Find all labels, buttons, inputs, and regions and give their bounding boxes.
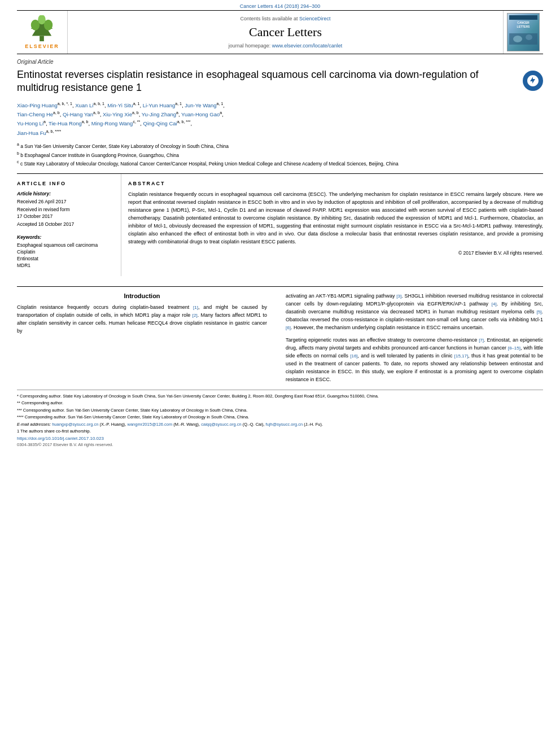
footnotes-area: * Corresponding author. State Key Labora… bbox=[17, 390, 543, 451]
sciencedirect-line: Contents lists available at ScienceDirec… bbox=[240, 16, 330, 21]
author-min-yi-situ[interactable]: Min-Yi Situ bbox=[107, 102, 133, 108]
crossmark-icon bbox=[523, 71, 543, 91]
footnote-corresp1: * Corresponding author. State Key Labora… bbox=[17, 394, 543, 400]
author-tie-hua-rong[interactable]: Tie-Hua Rong bbox=[49, 121, 82, 127]
author-jian-hua-fu[interactable]: Jian-Hua Fu bbox=[17, 130, 46, 136]
ref-3[interactable]: [3] bbox=[396, 294, 401, 299]
footnote-corresp3: *** Corresponding author. Sun Yat-Sen Un… bbox=[17, 408, 543, 414]
ref-15-17[interactable]: [15,17] bbox=[454, 353, 468, 359]
ref-6[interactable]: [6] bbox=[286, 325, 291, 330]
revised-date: Received in revised form Received in rev… bbox=[17, 207, 115, 220]
author-xiu-ying-xie[interactable]: Xiu-Ying Xie bbox=[103, 111, 132, 117]
keywords-label: Keywords: bbox=[17, 234, 115, 240]
keyword-1: Esophageal squamous cell carcinoma bbox=[17, 242, 115, 248]
email-link-wang[interactable]: wangmr2015@126.com bbox=[128, 422, 173, 427]
introduction-right-text-1: activating an AKT-YB1-MDR1 signaling pat… bbox=[286, 292, 543, 332]
abstract-text: Cisplatin resistance frequently occurs i… bbox=[128, 191, 543, 246]
title-crossmark-area: Entinostat reverses cisplatin resistance… bbox=[17, 68, 543, 101]
svg-point-7 bbox=[526, 34, 532, 40]
journal-reference: Cancer Letters 414 (2018) 294–300 bbox=[0, 0, 560, 10]
homepage-line: journal homepage: www.elsevier.com/locat… bbox=[229, 43, 343, 49]
issn-line: 0304-3835/© 2017 Elsevier B.V. All right… bbox=[17, 442, 543, 447]
author-li-yun-huang[interactable]: Li-Yun Huang bbox=[143, 102, 176, 108]
homepage-link[interactable]: www.elsevier.com/locate/canlet bbox=[272, 43, 343, 49]
ref-8-15[interactable]: [8–15] bbox=[508, 346, 520, 351]
author-yu-jing-zhang[interactable]: Yu-Jing Zhang bbox=[142, 111, 176, 117]
author-qi-hang-yan[interactable]: Qi-Hang Yan bbox=[63, 111, 93, 117]
authors-line: Xiao-Ping Huanga, b, *, 1, Xuan Lia, b, … bbox=[17, 101, 543, 137]
accepted-date: Accepted 18 October 2017 bbox=[17, 221, 115, 228]
ref-16[interactable]: [16] bbox=[350, 353, 357, 359]
author-jun-ye-wang[interactable]: Jun-Ye Wang bbox=[185, 102, 216, 108]
article-content: Original Article Entinostat reverses cis… bbox=[17, 54, 543, 281]
doi-line[interactable]: https://doi.org/10.1016/j.canlet.2017.10… bbox=[17, 436, 543, 441]
body-area: Introduction Cisplatin resistance freque… bbox=[17, 287, 543, 389]
ref-5[interactable]: [5] bbox=[537, 309, 542, 314]
affiliation-b: b b Esophageal Cancer Institute in Guang… bbox=[17, 151, 543, 159]
article-history: Article history: Received 26 April 2017 … bbox=[17, 191, 115, 228]
body-right-column: activating an AKT-YB1-MDR1 signaling pat… bbox=[277, 287, 543, 389]
article-type: Original Article bbox=[17, 59, 543, 65]
title-text-area: Entinostat reverses cisplatin resistance… bbox=[17, 68, 517, 101]
abstract-heading: ABSTRACT bbox=[128, 181, 543, 186]
svg-rect-0 bbox=[40, 36, 45, 41]
author-xuan-li[interactable]: Xuan Li bbox=[75, 102, 93, 108]
article-info-abstract: ARTICLE INFO Article history: Received 2… bbox=[17, 173, 543, 277]
footnote-shared-authorship: 1 The authors share co-first authorship. bbox=[17, 429, 543, 435]
svg-point-6 bbox=[513, 36, 522, 42]
received-date: Received 26 April 2017 bbox=[17, 199, 115, 206]
elsevier-wordmark: ELSEVIER bbox=[25, 43, 59, 49]
ref-4[interactable]: [4] bbox=[492, 302, 497, 307]
abstract-column: ABSTRACT Cisplatin resistance frequently… bbox=[121, 174, 543, 277]
affiliations: a a Sun Yat-Sen University Cancer Center… bbox=[17, 142, 543, 168]
page: Cancer Letters 414 (2018) 294–300 ELSEVI… bbox=[0, 0, 560, 747]
footnote-corresp2: ** Corresponding author. bbox=[17, 400, 543, 407]
body-left-column: Introduction Cisplatin resistance freque… bbox=[17, 287, 277, 389]
introduction-left-text: Cisplatin resistance frequently occurs d… bbox=[17, 304, 267, 335]
email-link-huang[interactable]: huangxp@sysucc.org.cn bbox=[52, 422, 98, 427]
journal-title: Cancer Letters bbox=[249, 25, 322, 40]
author-tian-cheng-he[interactable]: Tian-Cheng He bbox=[17, 111, 53, 117]
ref-2[interactable]: [2] bbox=[193, 313, 198, 318]
introduction-heading: Introduction bbox=[17, 292, 267, 299]
article-title: Entinostat reverses cisplatin resistance… bbox=[17, 68, 517, 95]
author-yuan-hong-gao[interactable]: Yuan-Hong Gao bbox=[181, 111, 220, 117]
cover-image: CANCERLETTERS bbox=[507, 13, 540, 51]
keywords-section: Keywords: Esophageal squamous cell carci… bbox=[17, 234, 115, 268]
elsevier-logo: ELSEVIER bbox=[17, 11, 68, 54]
author-qing-qing-cai[interactable]: Qing-Qing Cai bbox=[143, 121, 177, 127]
footnote-emails: E-mail addresses: huangxp@sysucc.org.cn … bbox=[17, 422, 543, 428]
author-xiao-ping-huang[interactable]: Xiao-Ping Huang bbox=[17, 102, 58, 108]
author-ming-rong-wang[interactable]: Ming-Rong Wang bbox=[91, 121, 133, 127]
journal-cover-thumbnail: CANCERLETTERS bbox=[504, 11, 543, 54]
introduction-right-text-2: Targeting epigenetic routes was an effec… bbox=[286, 337, 543, 384]
copyright-line: © 2017 Elsevier B.V. All rights reserved… bbox=[128, 250, 543, 256]
crossmark-badge[interactable] bbox=[523, 71, 543, 91]
affiliation-c: c c State Key Laboratory of Molecular On… bbox=[17, 159, 543, 168]
ref-1[interactable]: [1] bbox=[193, 305, 198, 310]
affiliation-a: a a Sun Yat-Sen University Cancer Center… bbox=[17, 142, 543, 150]
article-info-heading: ARTICLE INFO bbox=[17, 181, 115, 186]
cover-decoration bbox=[509, 30, 537, 47]
author-yu-hong-li[interactable]: Yu-Hong Li bbox=[17, 121, 43, 127]
ref-7[interactable]: [7] bbox=[479, 338, 484, 343]
keyword-4: MDR1 bbox=[17, 263, 115, 268]
keyword-3: Entinostat bbox=[17, 256, 115, 261]
elsevier-tree-icon bbox=[25, 15, 59, 42]
article-info-column: ARTICLE INFO Article history: Received 2… bbox=[17, 174, 121, 277]
email-link-cai[interactable]: caiqq@sysucc.org.cn bbox=[201, 422, 241, 427]
journal-header: ELSEVIER Contents lists available at Sci… bbox=[17, 10, 543, 54]
email-link-fu[interactable]: fujh@sysucc.org.cn bbox=[266, 422, 303, 427]
journal-title-area: Contents lists available at ScienceDirec… bbox=[68, 11, 504, 54]
sciencedirect-link[interactable]: ScienceDirect bbox=[299, 16, 331, 21]
history-label: Article history: bbox=[17, 191, 115, 196]
keyword-2: Cisplatin bbox=[17, 249, 115, 255]
footnote-corresp4: **** Corresponding author. Sun Yat-Sen U… bbox=[17, 414, 543, 421]
